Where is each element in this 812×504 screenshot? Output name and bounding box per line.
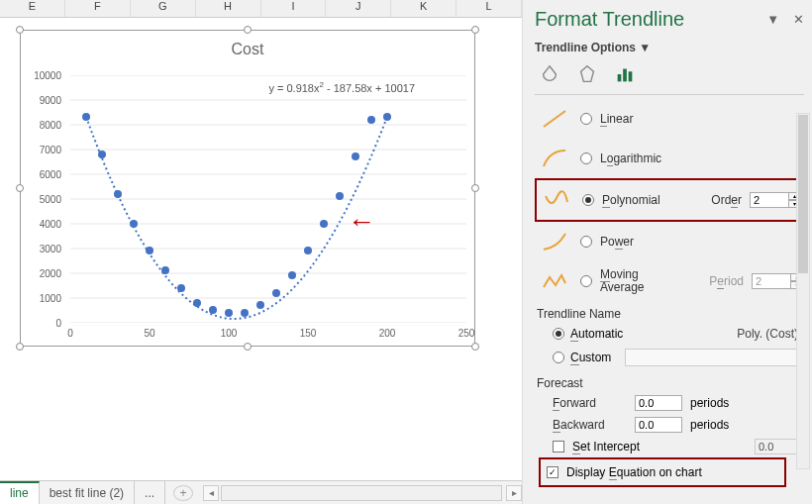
resize-handle[interactable] — [471, 184, 479, 192]
panel-scrollbar[interactable] — [796, 113, 810, 469]
col-header[interactable]: K — [391, 0, 457, 17]
data-point — [320, 220, 328, 228]
period-input — [752, 273, 791, 289]
panel-dropdown-icon[interactable]: ▼ — [766, 12, 779, 27]
data-point — [352, 152, 359, 160]
data-point — [304, 247, 312, 254]
panel-close-icon[interactable]: ✕ — [793, 12, 804, 27]
data-point — [161, 266, 169, 274]
chart-container[interactable]: Cost y = 0.918x2 - 187.58x + 10017 0 100… — [20, 30, 475, 347]
scroll-right-button[interactable]: ▸ — [506, 485, 522, 501]
power-icon — [540, 230, 569, 253]
sheet-tab-more[interactable]: ... — [135, 481, 165, 504]
col-header[interactable]: H — [196, 0, 261, 17]
fill-line-tab-icon[interactable] — [535, 60, 564, 88]
data-point — [272, 289, 280, 297]
col-header[interactable]: F — [65, 0, 131, 17]
svg-rect-12 — [618, 74, 622, 81]
resize-handle[interactable] — [16, 343, 24, 351]
chart-plot-area[interactable]: ← — [70, 75, 466, 323]
set-intercept-input — [755, 439, 802, 454]
sheet-tabs: line best fit line (2) ... + ◂ ▸ — [0, 480, 522, 504]
col-header[interactable]: I — [261, 0, 327, 17]
trendline — [86, 117, 387, 319]
polynomial-option[interactable]: Polynomial Order ▴▾ — [535, 178, 804, 222]
linear-option[interactable]: LLinearinear — [535, 99, 804, 139]
mavg-icon — [540, 269, 569, 293]
resize-handle[interactable] — [471, 26, 479, 34]
custom-name-row[interactable]: Custom — [535, 345, 804, 370]
column-headers: E F G H I J K L — [0, 0, 522, 18]
auto-name-value: Poly. (Cost) — [737, 327, 802, 341]
col-header[interactable]: E — [0, 0, 65, 17]
backward-unit: periods — [690, 418, 729, 432]
panel-title: Format Trendline — [535, 8, 684, 31]
radio-polynomial[interactable] — [582, 194, 594, 206]
x-axis[interactable]: 0 50 100 150 200 250 — [70, 326, 466, 344]
svg-marker-11 — [581, 66, 594, 82]
forward-label: Forward — [553, 396, 627, 410]
display-equation-row[interactable]: ✓ Display Equation on chart — [539, 457, 786, 487]
panel-subhead[interactable]: Trendline Options ▼ — [535, 35, 804, 60]
order-input[interactable] — [750, 192, 789, 208]
col-header[interactable]: J — [326, 0, 391, 17]
sheet-tab[interactable]: best fit line (2) — [40, 481, 135, 504]
radio-log[interactable] — [580, 152, 592, 164]
poly-icon — [542, 188, 571, 212]
y-axis[interactable]: 0 1000 2000 3000 4000 5000 6000 7000 800… — [21, 75, 65, 323]
resize-handle[interactable] — [244, 343, 252, 351]
data-point — [130, 220, 138, 228]
backward-input[interactable] — [635, 417, 682, 433]
set-intercept-row[interactable]: Set Intercept — [535, 436, 804, 457]
data-point — [114, 190, 122, 198]
horizontal-scrollbar[interactable] — [221, 485, 502, 501]
set-intercept-checkbox[interactable] — [553, 441, 564, 453]
radio-custom-name[interactable] — [553, 352, 564, 363]
svg-rect-14 — [629, 71, 633, 81]
data-point — [146, 247, 153, 254]
col-header[interactable]: L — [457, 0, 522, 17]
forward-input[interactable] — [635, 395, 682, 411]
data-point — [383, 113, 391, 121]
display-equation-checkbox[interactable]: ✓ — [547, 466, 558, 478]
trendline-options: LLinearinear Logarithmic Polynomial Orde… — [535, 99, 804, 502]
data-point — [288, 271, 296, 279]
power-option[interactable]: Power — [535, 222, 804, 261]
data-point — [367, 116, 375, 124]
forward-unit: periods — [690, 396, 729, 410]
options-tab-icon[interactable] — [610, 60, 640, 88]
format-trendline-panel: Format Trendline ▼ ✕ Trendline Options ▼… — [523, 0, 812, 504]
data-point — [98, 151, 106, 158]
sheet-tab-truncated[interactable]: line — [0, 481, 40, 504]
forecast-section: Forecast — [535, 370, 804, 392]
scrollbar-thumb[interactable] — [798, 115, 808, 273]
trendline-name-section: Trendline Name — [535, 301, 804, 323]
col-header[interactable]: G — [131, 0, 196, 17]
radio-auto-name[interactable] — [553, 328, 564, 340]
annotation-arrow-icon: ← — [348, 206, 375, 238]
data-point — [193, 299, 201, 307]
resize-handle[interactable] — [244, 26, 252, 34]
auto-name-row[interactable]: Automatic Poly. (Cost) — [535, 323, 804, 345]
data-point — [225, 309, 233, 317]
data-point — [82, 113, 90, 121]
radio-power[interactable] — [580, 236, 592, 248]
backward-label: Backward — [553, 418, 627, 432]
effects-tab-icon[interactable] — [572, 60, 602, 88]
data-point — [209, 306, 217, 314]
moving-average-option[interactable]: MovingAverage Period ▴▾ — [535, 261, 804, 301]
radio-mavg[interactable] — [580, 275, 592, 287]
scroll-left-button[interactable]: ◂ — [203, 485, 219, 501]
svg-rect-13 — [623, 69, 627, 82]
resize-handle[interactable] — [471, 343, 479, 351]
custom-name-input[interactable] — [625, 349, 802, 366]
period-label: Period — [709, 274, 744, 288]
radio-linear[interactable] — [580, 113, 592, 125]
logarithmic-option[interactable]: Logarithmic — [535, 139, 804, 178]
add-sheet-button[interactable]: + — [173, 485, 193, 501]
resize-handle[interactable] — [16, 26, 24, 34]
data-point — [177, 284, 185, 292]
data-point — [241, 309, 249, 317]
log-icon — [540, 147, 569, 170]
chart-title[interactable]: Cost — [21, 31, 474, 58]
